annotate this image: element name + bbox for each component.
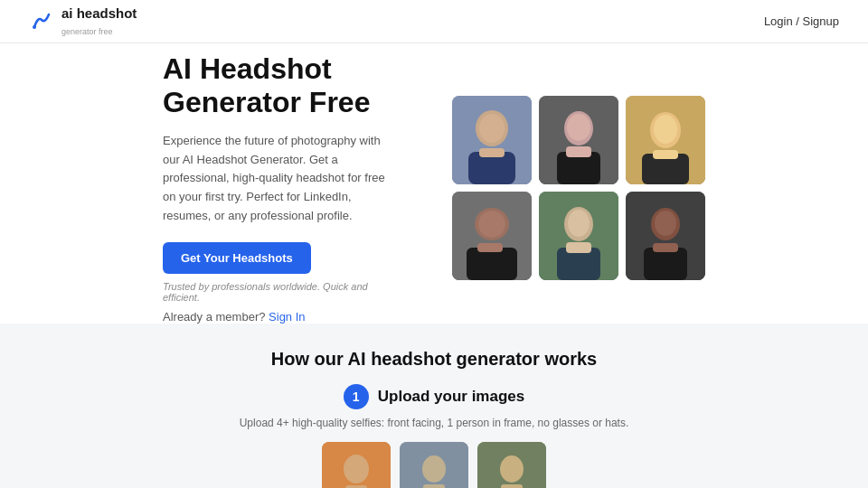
step-header: 1 Upload your images: [29, 384, 839, 409]
headshot-photo-grid: [452, 96, 705, 280]
get-headshots-button[interactable]: Get Your Headshots: [163, 242, 311, 274]
headshot-photo-4: [452, 192, 532, 280]
step-description: Upload 4+ high-quality selfies: front fa…: [29, 417, 839, 429]
svg-point-13: [654, 115, 677, 144]
headshot-photo-6: [626, 192, 705, 280]
svg-rect-20: [477, 243, 503, 252]
hero-description: Experience the future of photography wit…: [163, 132, 398, 226]
svg-rect-5: [479, 148, 505, 157]
hero-content: AI Headshot Generator Free Experience th…: [163, 52, 398, 324]
svg-point-23: [568, 210, 590, 237]
svg-rect-30: [653, 243, 678, 252]
navbar: ai headshot generator free Login / Signu…: [0, 0, 868, 43]
selfie-examples: [29, 442, 839, 488]
how-it-works-section: How our AI headshot generator works 1 Up…: [0, 324, 868, 488]
logo[interactable]: ai headshot generator free: [29, 5, 137, 38]
selfie-photo-2: [400, 442, 468, 488]
svg-point-0: [33, 25, 36, 29]
svg-rect-15: [653, 150, 678, 159]
svg-rect-25: [566, 242, 591, 253]
selfie-photo-3: [477, 442, 546, 488]
step-number: 1: [344, 384, 369, 409]
how-title: How our AI headshot generator works: [29, 349, 839, 370]
headshot-photo-2: [539, 96, 618, 184]
svg-rect-10: [566, 146, 591, 157]
already-member-text: Already a member? Sign In: [163, 310, 398, 324]
svg-point-37: [422, 455, 446, 483]
headshot-photo-1: [452, 96, 532, 184]
trust-text: Trusted by professionals worldwide. Quic…: [163, 281, 398, 303]
headshot-photo-3: [626, 96, 705, 184]
logo-text: ai headshot: [61, 5, 137, 21]
svg-rect-29: [644, 248, 687, 280]
sign-in-link[interactable]: Sign In: [269, 310, 305, 324]
svg-point-28: [655, 211, 676, 236]
svg-rect-19: [467, 248, 517, 280]
svg-point-33: [344, 455, 369, 483]
hero-section: AI Headshot Generator Free Experience th…: [0, 43, 868, 324]
svg-point-18: [478, 211, 505, 238]
logo-sub: generator free: [61, 27, 113, 36]
svg-point-8: [567, 114, 590, 141]
step-title: Upload your images: [378, 388, 524, 406]
logo-icon: [29, 9, 54, 34]
login-signup-link[interactable]: Login / Signup: [764, 14, 839, 28]
svg-point-41: [500, 455, 524, 483]
selfie-photo-1: [322, 442, 391, 488]
svg-rect-39: [423, 484, 445, 488]
svg-rect-43: [501, 484, 523, 488]
hero-title: AI Headshot Generator Free: [163, 52, 398, 119]
headshot-photo-5: [539, 192, 618, 280]
svg-point-3: [479, 114, 505, 143]
